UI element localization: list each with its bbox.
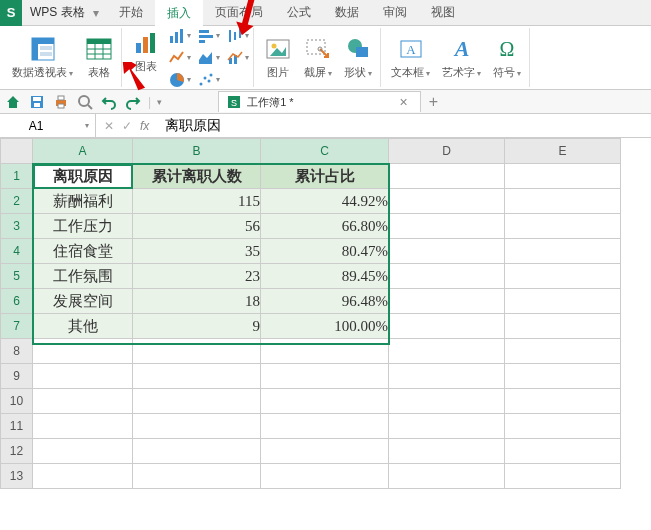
- cell[interactable]: [133, 414, 261, 439]
- row-header[interactable]: 3: [1, 214, 33, 239]
- cell[interactable]: 累计离职人数: [133, 164, 261, 189]
- row-header[interactable]: 10: [1, 389, 33, 414]
- symbol-button[interactable]: Ω 符号▾: [489, 33, 525, 82]
- combo-chart-button[interactable]: ▾: [226, 49, 249, 67]
- wordart-button[interactable]: A 艺术字▾: [438, 33, 485, 82]
- cell[interactable]: 80.47%: [261, 239, 389, 264]
- cell[interactable]: [389, 164, 505, 189]
- cell[interactable]: [505, 189, 621, 214]
- name-box-input[interactable]: [6, 119, 66, 133]
- cell[interactable]: [505, 289, 621, 314]
- cell[interactable]: [389, 364, 505, 389]
- cell[interactable]: 35: [133, 239, 261, 264]
- menu-tab-1[interactable]: 插入: [155, 0, 203, 26]
- spreadsheet[interactable]: ABCDE1离职原因累计离职人数累计占比2薪酬福利11544.92%3工作压力5…: [0, 138, 651, 489]
- column-chart-button[interactable]: ▾: [168, 27, 191, 45]
- formula-accept-icon[interactable]: ✓: [122, 119, 132, 133]
- cell[interactable]: [261, 464, 389, 489]
- chart-button[interactable]: 图表: [128, 27, 164, 89]
- row-header[interactable]: 8: [1, 339, 33, 364]
- bar-chart-button[interactable]: ▾: [197, 27, 220, 45]
- document-close-button[interactable]: ×: [396, 94, 412, 110]
- row-header[interactable]: 4: [1, 239, 33, 264]
- cell[interactable]: [389, 189, 505, 214]
- area-chart-button[interactable]: ▾: [197, 49, 220, 67]
- pie-chart-button[interactable]: ▾: [168, 71, 191, 89]
- cell[interactable]: [261, 414, 389, 439]
- pivot-table-button[interactable]: 数据透视表▾: [8, 33, 77, 82]
- line-chart-button[interactable]: ▾: [168, 49, 191, 67]
- cell[interactable]: [33, 414, 133, 439]
- cell[interactable]: [505, 364, 621, 389]
- row-header[interactable]: 13: [1, 464, 33, 489]
- cell[interactable]: [33, 439, 133, 464]
- cell[interactable]: 100.00%: [261, 314, 389, 339]
- cell[interactable]: 96.48%: [261, 289, 389, 314]
- cell[interactable]: [389, 389, 505, 414]
- qat-preview-button[interactable]: [76, 93, 94, 111]
- cell[interactable]: [389, 314, 505, 339]
- cell[interactable]: 工作压力: [33, 214, 133, 239]
- cell[interactable]: [261, 364, 389, 389]
- name-box-dropdown-icon[interactable]: ▾: [85, 121, 89, 130]
- cell[interactable]: [505, 439, 621, 464]
- stock-chart-button[interactable]: ▾: [226, 27, 249, 45]
- screenshot-button[interactable]: 截屏▾: [300, 33, 336, 82]
- cell[interactable]: [505, 214, 621, 239]
- cell[interactable]: 23: [133, 264, 261, 289]
- shapes-button[interactable]: 形状▾: [340, 33, 376, 82]
- row-header[interactable]: 7: [1, 314, 33, 339]
- cell[interactable]: [261, 439, 389, 464]
- row-header[interactable]: 11: [1, 414, 33, 439]
- cell[interactable]: [389, 264, 505, 289]
- cell[interactable]: [505, 339, 621, 364]
- cell[interactable]: 44.92%: [261, 189, 389, 214]
- cell[interactable]: [505, 164, 621, 189]
- menu-tab-6[interactable]: 视图: [419, 0, 467, 26]
- cell[interactable]: 离职原因: [33, 164, 133, 189]
- cell[interactable]: [133, 464, 261, 489]
- column-header[interactable]: E: [505, 139, 621, 164]
- menu-tab-0[interactable]: 开始: [107, 0, 155, 26]
- cell[interactable]: 工作氛围: [33, 264, 133, 289]
- document-add-button[interactable]: +: [421, 93, 446, 111]
- row-header[interactable]: 6: [1, 289, 33, 314]
- column-header[interactable]: A: [33, 139, 133, 164]
- formula-cancel-icon[interactable]: ✕: [104, 119, 114, 133]
- cell[interactable]: [133, 364, 261, 389]
- cell[interactable]: [33, 389, 133, 414]
- menu-tab-2[interactable]: 页面布局: [203, 0, 275, 26]
- cell[interactable]: [505, 239, 621, 264]
- cell[interactable]: 薪酬福利: [33, 189, 133, 214]
- menu-tab-3[interactable]: 公式: [275, 0, 323, 26]
- textbox-button[interactable]: A 文本框▾: [387, 33, 434, 82]
- app-dropdown-icon[interactable]: ▾: [93, 6, 107, 20]
- cell[interactable]: 发展空间: [33, 289, 133, 314]
- cell[interactable]: 66.80%: [261, 214, 389, 239]
- cell[interactable]: [261, 389, 389, 414]
- cell[interactable]: 89.45%: [261, 264, 389, 289]
- cell[interactable]: [389, 439, 505, 464]
- cell[interactable]: 住宿食堂: [33, 239, 133, 264]
- qat-redo-button[interactable]: [124, 93, 142, 111]
- cell[interactable]: [505, 264, 621, 289]
- row-header[interactable]: 2: [1, 189, 33, 214]
- formula-input[interactable]: [157, 118, 651, 134]
- qat-overflow-icon[interactable]: ▾: [157, 97, 162, 107]
- column-header[interactable]: C: [261, 139, 389, 164]
- row-header[interactable]: 9: [1, 364, 33, 389]
- document-tab[interactable]: S 工作簿1 * ×: [218, 91, 421, 112]
- cell[interactable]: [261, 339, 389, 364]
- cell[interactable]: [389, 414, 505, 439]
- cell[interactable]: 56: [133, 214, 261, 239]
- qat-save-button[interactable]: [28, 93, 46, 111]
- fx-icon[interactable]: fx: [140, 119, 149, 133]
- picture-button[interactable]: 图片: [260, 33, 296, 82]
- cell[interactable]: [505, 389, 621, 414]
- cell[interactable]: [133, 439, 261, 464]
- column-header[interactable]: B: [133, 139, 261, 164]
- cell[interactable]: 其他: [33, 314, 133, 339]
- cell[interactable]: [33, 339, 133, 364]
- cell[interactable]: [133, 339, 261, 364]
- row-header[interactable]: 1: [1, 164, 33, 189]
